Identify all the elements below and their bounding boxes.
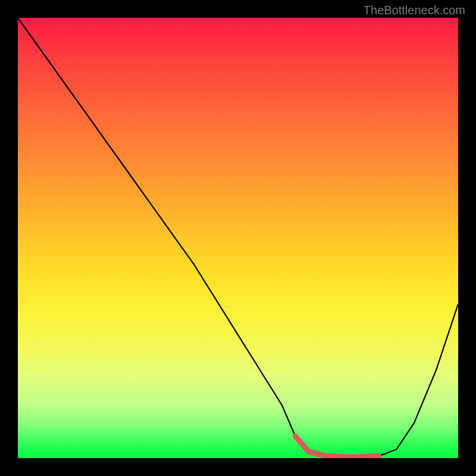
watermark-label: TheBottleneck.com xyxy=(364,4,465,17)
chart-svg xyxy=(18,18,458,458)
highlight-segment xyxy=(295,436,379,457)
bottleneck-curve xyxy=(18,18,458,457)
plot-area xyxy=(18,18,458,458)
